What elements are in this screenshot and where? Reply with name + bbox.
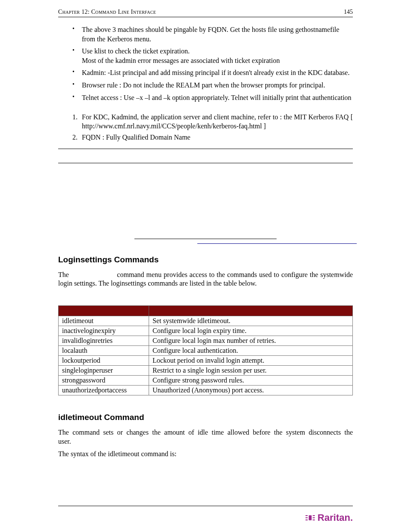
horizontal-rule (197, 243, 357, 244)
svg-rect-0 (309, 515, 312, 520)
table-row: lockoutperiodLockout period on invalid l… (59, 356, 353, 366)
cmd-cell: unauthorizedportaccess (59, 386, 149, 395)
footer-rule (58, 506, 353, 506)
header-left: Chapter 12: Command Line Interface (58, 9, 156, 16)
idletimeout-syntax: The syntax of the idletimeout command is… (58, 450, 353, 459)
table-row: localauthConfigure local authentication. (59, 346, 353, 356)
section-heading-loginsettings: Loginsettings Commands (58, 255, 353, 264)
list-item: Browser rule : Do not include the REALM … (82, 81, 353, 90)
cmd-cell: localauth (59, 346, 149, 356)
cmd-cell: singleloginperuser (59, 366, 149, 376)
list-item: The above 3 machines should be pingable … (82, 25, 353, 44)
horizontal-rule (134, 239, 277, 239)
table-header-description (149, 306, 353, 316)
bullet-list: The above 3 machines should be pingable … (58, 25, 353, 102)
cmd-cell: lockoutperiod (59, 356, 149, 366)
brand-logo: Raritan. (305, 512, 353, 523)
desc-cell: Configure local authentication. (149, 346, 353, 356)
table-header-row (59, 306, 353, 316)
desc-cell: Configure local login max number of retr… (149, 336, 353, 346)
list-item: Kadmin: -List principal and add missing … (82, 68, 353, 78)
table-row: invalidloginretriesConfigure local login… (59, 336, 353, 346)
raritan-icon (305, 513, 316, 522)
brand-text: Raritan. (318, 512, 353, 523)
cmd-cell: idletimeout (59, 316, 149, 326)
desc-cell: Restrict to a single login session per u… (149, 366, 353, 376)
cmd-cell: strongpassword (59, 376, 149, 386)
loginsettings-table: idletimeoutSet systemwide idletimeout. i… (58, 305, 353, 395)
list-item: 2.FQDN : Fully Qualified Domain Name (82, 133, 353, 142)
idletimeout-para: The command sets or changes the amount o… (58, 428, 353, 446)
page-number: 145 (344, 9, 353, 16)
table-row: idletimeoutSet systemwide idletimeout. (59, 316, 353, 326)
table-row: singleloginperuserRestrict to a single l… (59, 366, 353, 376)
list-item: Use klist to check the ticket expiration… (82, 47, 353, 65)
table-row: unauthorizedportaccessUnauthorized (Anon… (59, 386, 353, 395)
loginsettings-intro: The command menu provides access to the … (58, 271, 353, 289)
desc-cell: Configure strong password rules. (149, 376, 353, 386)
running-header: Chapter 12: Command Line Interface 145 (58, 9, 353, 17)
list-item: Telnet access : Use –x –l and –k option … (82, 93, 353, 103)
horizontal-rule (58, 149, 353, 149)
list-item: 1.For KDC, Kadmind, the application serv… (82, 113, 353, 131)
table-row: strongpasswordConfigure strong password … (59, 376, 353, 386)
desc-cell: Set systemwide idletimeout. (149, 316, 353, 326)
horizontal-rule (58, 163, 353, 163)
table-row: inactiveloginexpiryConfigure local login… (59, 326, 353, 336)
numbered-list: 1.For KDC, Kadmind, the application serv… (58, 113, 353, 142)
section-heading-idletimeout: idletimeout Command (58, 413, 353, 422)
cmd-cell: invalidloginretries (59, 336, 149, 346)
desc-cell: Unauthorized (Anonymous) port access. (149, 386, 353, 395)
desc-cell: Lockout period on invalid login attempt. (149, 356, 353, 366)
figure-placeholder (58, 239, 353, 244)
desc-cell: Configure local login expiry time. (149, 326, 353, 336)
cmd-cell: inactiveloginexpiry (59, 326, 149, 336)
table-header-command (59, 306, 149, 316)
